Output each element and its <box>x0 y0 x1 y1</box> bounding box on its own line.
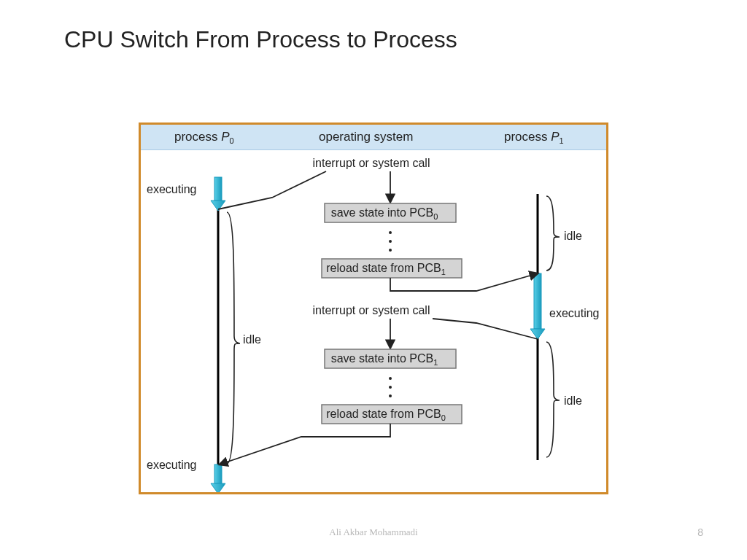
page-title: CPU Switch From Process to Process <box>64 26 457 53</box>
svg-marker-3 <box>211 483 225 492</box>
diagram-svg: interrupt or system call save state into… <box>141 125 606 492</box>
label-interrupt-2: interrupt or system call <box>313 304 430 316</box>
svg-rect-4 <box>534 273 541 329</box>
arrow-executing-p1 <box>530 273 545 339</box>
ellipsis-dot <box>389 394 392 397</box>
label-interrupt-1: interrupt or system call <box>313 157 430 169</box>
ellipsis-dot <box>389 377 392 380</box>
ellipsis-dot <box>389 249 392 252</box>
footer-author: Ali Akbar Mohammadi <box>0 526 747 538</box>
footer-page-number: 8 <box>697 526 703 538</box>
ellipsis-dot <box>389 386 392 389</box>
arrow-executing-p0-top <box>211 177 225 211</box>
label-idle-right-top: idle <box>564 230 582 242</box>
line-box4-to-p0 <box>220 424 390 464</box>
arrow-executing-p0-bottom <box>211 464 225 492</box>
brace-idle-right-top <box>546 196 560 271</box>
line-p0-to-int1 <box>218 171 326 209</box>
svg-rect-0 <box>214 177 222 201</box>
context-switch-diagram: process P0 operating system process P1 <box>139 122 608 494</box>
brace-idle-left <box>227 212 240 464</box>
label-idle-left: idle <box>243 333 261 346</box>
ellipsis-dot <box>389 231 392 234</box>
ellipsis-dot <box>389 240 392 243</box>
label-idle-right-bot: idle <box>564 394 582 407</box>
brace-idle-right-bot <box>546 342 560 457</box>
slide: CPU Switch From Process to Process proce… <box>0 0 747 560</box>
svg-rect-2 <box>214 464 222 483</box>
line-p1-to-int2 <box>433 319 538 339</box>
label-executing-bottom: executing <box>147 459 197 471</box>
label-executing-top: executing <box>147 183 197 195</box>
label-executing-right: executing <box>549 307 600 319</box>
